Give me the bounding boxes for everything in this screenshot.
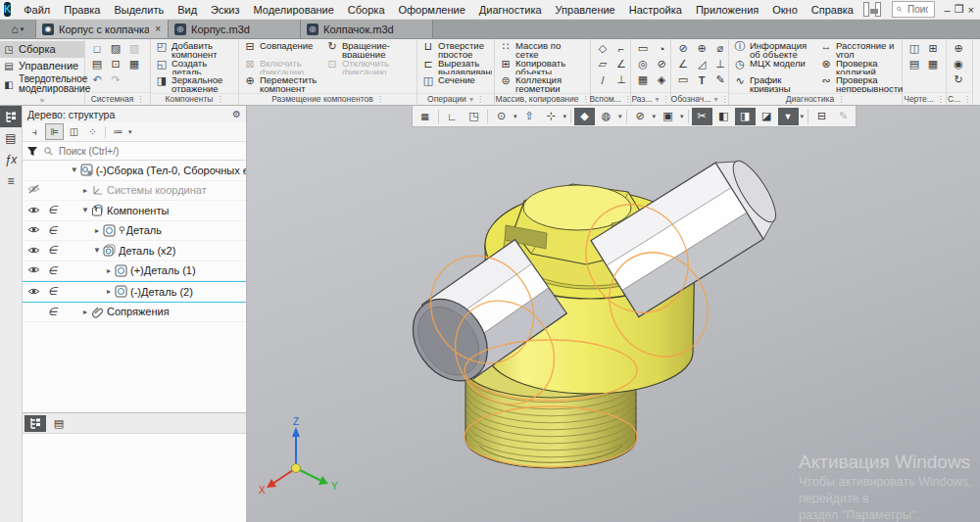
menu-edit[interactable]: Правка [57,3,107,17]
close-button[interactable]: × [966,4,976,16]
eye-icon[interactable] [25,286,42,298]
chevron-down-icon[interactable]: ▾ [679,113,685,120]
coordinate-system-icon[interactable]: ∟ [442,108,463,125]
extra-refresh-icon[interactable]: ↻ [951,72,966,87]
dim-radial-icon[interactable]: ◔ [654,41,669,56]
undo-icon[interactable]: ↶ [89,72,105,87]
tree-row-mates[interactable]: ∈ ▸ Сопряжения [23,303,246,323]
section-view-icon[interactable]: ◨ [735,108,756,125]
open-document-icon[interactable]: ▨ [108,41,123,56]
mode-tab-assembly[interactable]: ◳Сборка [0,41,84,58]
clip-box-icon[interactable]: ◧ [713,108,734,125]
collision-check-button[interactable]: ⊗Проверка коллизий [817,58,903,75]
expand-icon[interactable]: ▸ [104,287,114,296]
minimize-button[interactable]: – [943,4,953,16]
chevron-down-icon[interactable]: ▾ [800,113,806,120]
section-mark-icon[interactable]: ∈ [44,204,61,216]
tree-panel-icon[interactable] [0,106,22,127]
aux-angle-icon[interactable]: ∠ [613,57,629,71]
tree-composition-icon[interactable]: ⊫ [45,123,64,140]
list-tab-icon[interactable]: ▤ [48,415,70,432]
desig-angle-icon[interactable]: ∠ [675,57,691,71]
copy-objects-button[interactable]: ⊞Копировать объекты [497,58,588,75]
simple-hole-button[interactable]: ⊔Отверстие простое [419,40,492,58]
tab-close-icon[interactable]: × [154,24,162,34]
orientation-icon[interactable]: ◳ [464,108,484,125]
desig-frame-icon[interactable]: ▭ [675,72,691,87]
geometry-collection-button[interactable]: ⊜Коллекция геометрии [497,74,588,92]
mass-properties-button[interactable]: ◷МЦХ модели [731,58,817,75]
menu-help[interactable]: Справка [805,3,860,17]
dim-linear-icon[interactable]: ▭ [635,41,651,56]
tab-assembly-document[interactable]: ◉ Корпус с колпачка... × [36,20,169,38]
menu-settings[interactable]: Настройка [622,3,689,17]
display-mode-shaded-icon[interactable]: ◆ [574,108,595,125]
print-icon[interactable]: ▤ [89,57,105,71]
measure-icon[interactable]: ⊟ [811,108,832,125]
menu-management[interactable]: Управление [549,3,622,17]
menu-panel-icon[interactable]: ≡ [0,170,22,192]
aux-perpendicular-icon[interactable]: ⊥ [613,72,629,87]
cut-extrude-button[interactable]: ⊏Вырезать выдавливанием [419,58,492,75]
menu-view[interactable]: Вид [171,3,204,17]
app-logo-icon[interactable]: K [4,2,11,17]
command-search-input[interactable] [906,3,930,16]
section-mark-icon[interactable]: ∈ [44,244,61,257]
section-mark-icon[interactable]: ∈ [44,264,61,277]
drawing-sheet-icon[interactable]: ⊞ [925,41,941,56]
aux-plane-icon[interactable]: ▱ [595,57,611,71]
tree-search-input[interactable] [57,145,242,158]
menu-modeling[interactable]: Моделирование [247,3,341,17]
tree-row-detail-2-selected[interactable]: ∈ ▸ (-)Деталь (2) [23,281,246,303]
enable-fixation-button[interactable]: ⊠Включить фиксацию [241,58,323,75]
menu-applications[interactable]: Приложения [689,3,765,17]
tree-row-detail-1[interactable]: ∈ ▸ (+)Деталь (1) [23,261,246,282]
mode-tab-management[interactable]: ▤Управление [0,58,84,74]
aux-axis-icon[interactable]: ⌐ [613,41,629,56]
extra-add-icon[interactable]: ⊕ [951,41,966,56]
redo-icon[interactable]: ↷ [108,72,123,87]
menu-file[interactable]: Файл [17,3,57,17]
tab-korpus-document[interactable]: ◎ Корпус.m3d [169,20,301,38]
expand-icon[interactable]: ▸ [80,308,90,316]
collapse-icon[interactable]: ▼ [80,206,90,214]
grid-icon[interactable]: ▦ [415,108,435,125]
move-component-button[interactable]: ⊕Переместить компонент [241,74,323,92]
section-mark-icon[interactable]: ∈ [44,306,61,318]
desig-triangle-icon[interactable]: ◿ [694,57,710,71]
coincidence-button[interactable]: ⊟Совпадение [241,40,323,58]
command-search[interactable] [892,1,935,18]
dim-diameter-icon[interactable]: ◎ [635,57,651,71]
drawing-table-icon[interactable]: ▦ [925,57,941,71]
mode-tab-solid-modeling[interactable]: ◧Твердотельное моделирование [0,74,84,94]
menu-assembly[interactable]: Сборка [341,3,392,17]
desig-plus-icon[interactable]: ⊕ [694,41,710,56]
variables-panel-icon[interactable]: ƒx [0,149,22,170]
tree-relations-icon[interactable]: ◫ [66,124,82,139]
restore-button[interactable]: ❐ [953,3,966,16]
chevron-down-icon[interactable]: ▾ [563,113,568,120]
create-part-button[interactable]: ◱Создать деталь [153,58,236,75]
menu-layout[interactable]: Оформление [392,3,472,17]
section-curve-icon[interactable]: ✂ [692,108,712,125]
tree-grid-icon[interactable]: ⁘ [84,124,101,139]
render-options-icon[interactable]: ◍ [596,108,616,125]
filter-objects-icon[interactable]: ▼ [778,108,799,125]
curvature-graph-button[interactable]: ∿График кривизны [731,74,817,92]
add-component-button[interactable]: ◰Добавить компонент из... [153,40,236,58]
eye-icon[interactable] [25,264,42,276]
tree-row-detail[interactable]: ∈ ▸ ⚲ Деталь [23,221,246,242]
tree-row-assembly-root[interactable]: ▼ (-)Сборка (Тел-0, Сборочных единиц-0 [23,161,246,181]
continuity-check-button[interactable]: ∾Проверка непрерывности [817,74,903,92]
filter-icon[interactable] [24,144,40,158]
chevron-down-icon[interactable]: ▾ [617,113,623,120]
hide-objects-icon[interactable]: ⊘ [630,108,651,125]
tree-row-detail-x2[interactable]: ∈ ▼ Деталь (x2) [23,241,246,261]
3d-viewport[interactable]: ▦ ∟ ◳ ⊙▾ ⇧ ⊹▾ ◆ ◍▾ ⊘▾ ▣▾ ✂ ◧ ◨ ◪ ▼▾ [247,106,980,522]
desig-base-icon[interactable]: ⊥ [712,57,728,71]
disable-fixation-button[interactable]: ⊡Отключить фиксацию [323,58,417,75]
desig-diameter-icon[interactable]: ⌀ [712,41,728,56]
hidden-eye-icon[interactable] [25,184,42,196]
section-mark-icon[interactable]: ∈ [44,285,61,298]
mirror-component-button[interactable]: ◨Зеркальное отражение ко... [153,74,236,92]
